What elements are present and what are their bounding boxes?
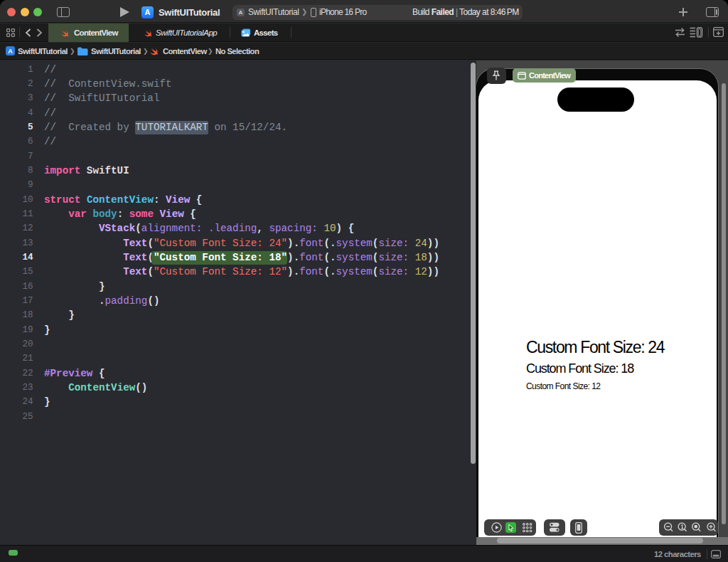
svg-text:A: A	[8, 48, 13, 55]
